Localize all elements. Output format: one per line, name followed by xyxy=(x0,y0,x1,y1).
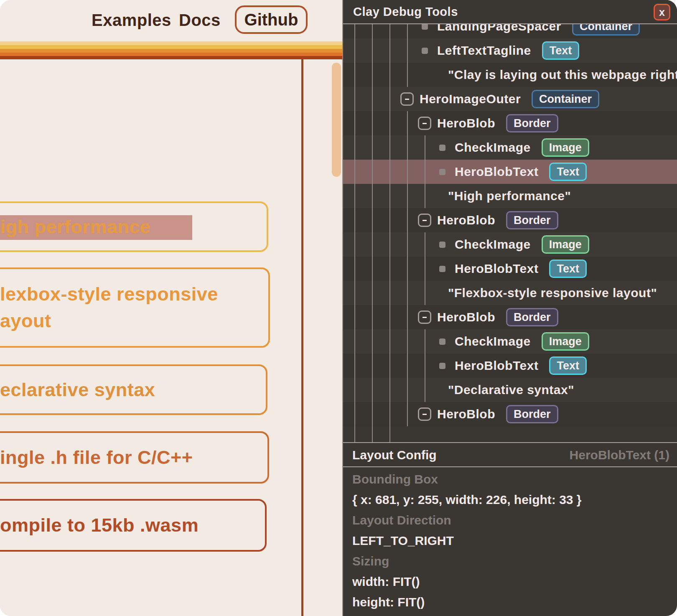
feature-box: ingle .h file for C/C++ xyxy=(0,431,269,484)
element-type-badge: Text xyxy=(549,356,587,375)
feature-box: igh performance xyxy=(0,201,268,252)
github-button[interactable]: Github xyxy=(235,5,308,34)
text-content-preview: "Declarative syntax" xyxy=(448,378,574,402)
layout-config-body: Bounding Box{ x: 681, y: 255, width: 226… xyxy=(352,469,669,612)
tree-node-row[interactable]: HeroBlobBorder xyxy=(343,305,677,329)
config-property-label: Bounding Box xyxy=(352,469,669,489)
leaf-bullet-icon xyxy=(422,48,428,54)
leaf-bullet-icon xyxy=(439,145,445,151)
leaf-bullet-icon xyxy=(439,266,445,272)
tree-text-preview-row: "Clay is laying out this webpage right n… xyxy=(343,63,677,87)
tree-node-row[interactable]: CheckImageImage xyxy=(343,329,677,354)
tree-node-label: HeroImageOuter xyxy=(420,87,521,111)
config-property-value: height: FIT() xyxy=(352,592,669,612)
feature-box: eclarative syntax xyxy=(0,364,267,415)
config-property-label: Sizing xyxy=(352,551,669,571)
element-type-badge: Text xyxy=(549,163,587,181)
leaf-bullet-icon xyxy=(422,24,428,30)
feature-box-text: ompile to 15kb .wasm xyxy=(0,514,199,536)
tree-guide-rail xyxy=(425,135,425,208)
feature-box-text: eclarative syntax xyxy=(0,379,155,400)
tree-guide-rail xyxy=(372,24,373,442)
tree-guide-rail xyxy=(389,24,390,442)
tree-node-row[interactable]: LeftTextTaglineText xyxy=(343,38,677,63)
element-type-badge: Image xyxy=(542,332,589,351)
tree-text-preview-row: "Flexbox-style responsive layout" xyxy=(343,281,677,305)
tree-text-preview-row: "Declarative syntax" xyxy=(343,378,677,402)
element-type-badge: Container xyxy=(532,90,599,108)
close-icon[interactable]: x xyxy=(654,4,670,20)
tree-node-row[interactable]: CheckImageImage xyxy=(343,135,677,160)
page-vertical-rule xyxy=(301,59,303,616)
tree-node-label: LeftTextTagline xyxy=(437,38,531,63)
nav-link-docs[interactable]: Docs xyxy=(179,11,221,30)
layout-config-selected-element: HeroBlobText (1) xyxy=(570,443,669,467)
element-type-badge: Container xyxy=(572,24,640,36)
tree-node-label: HeroBlob xyxy=(437,111,495,135)
feature-box-text: lexbox-style responsive xyxy=(0,283,218,305)
layout-config-header: Layout Config HeroBlobText (1) xyxy=(343,442,677,467)
tree-node-label: LandingPageSpacer xyxy=(437,24,561,38)
tree-node-row[interactable]: CheckImageImage xyxy=(343,232,677,257)
element-type-badge: Image xyxy=(542,138,589,157)
element-type-badge: Border xyxy=(506,211,558,229)
element-type-badge: Border xyxy=(506,405,558,423)
tree-node-label: HeroBlobText xyxy=(455,160,538,184)
brand-gradient-stripe xyxy=(0,41,342,59)
config-property-value: width: FIT() xyxy=(352,571,669,592)
feature-box-text: ingle .h file for C/C++ xyxy=(0,447,193,468)
debug-panel-title: Clay Debug Tools xyxy=(353,0,458,23)
leaf-bullet-icon xyxy=(439,363,445,369)
tree-guide-rail xyxy=(354,24,355,442)
element-type-badge: Border xyxy=(506,308,558,326)
tree-node-label: HeroBlob xyxy=(437,208,495,232)
tree-node-row[interactable]: HeroImageOuterContainer xyxy=(343,87,677,111)
tree-node-row[interactable]: HeroBlobTextText xyxy=(343,354,677,378)
feature-box-text: ayout xyxy=(0,310,51,331)
config-property-value: { x: 681, y: 255, width: 226, height: 33… xyxy=(352,489,669,510)
config-property-value: LEFT_TO_RIGHT xyxy=(352,530,669,551)
collapse-toggle-icon[interactable] xyxy=(418,407,431,421)
tree-node-label: HeroBlobText xyxy=(455,257,538,281)
app-window: Examples Docs Github igh performancelexb… xyxy=(0,0,677,616)
tree-node-row[interactable]: LandingPageSpacerContainer xyxy=(343,24,677,38)
tree-guide-rail xyxy=(425,329,425,402)
collapse-toggle-icon[interactable] xyxy=(418,117,431,130)
tree-guide-rail xyxy=(407,24,408,87)
text-content-preview: "Flexbox-style responsive layout" xyxy=(448,281,657,305)
debug-panel-header: Clay Debug Tools x xyxy=(343,0,677,24)
tree-node-row[interactable]: HeroBlobBorder xyxy=(343,208,677,232)
leaf-bullet-icon xyxy=(439,339,445,345)
leaf-bullet-icon xyxy=(439,242,445,248)
tree-node-row[interactable]: HeroBlobBorder xyxy=(343,111,677,135)
collapse-toggle-icon[interactable] xyxy=(418,311,431,324)
tree-node-label: CheckImage xyxy=(455,232,531,257)
tree-node-label: CheckImage xyxy=(455,135,531,160)
element-type-badge: Image xyxy=(542,235,589,254)
tree-guide-rail xyxy=(425,232,425,305)
nav-link-examples[interactable]: Examples xyxy=(92,11,171,30)
clay-debug-panel: LandingPageSpacerContainerLeftTextTaglin… xyxy=(342,0,677,616)
leaf-bullet-icon xyxy=(439,169,445,175)
page-scrollbar-thumb[interactable] xyxy=(332,63,341,177)
config-property-label: Layout Direction xyxy=(352,510,669,530)
collapse-toggle-icon[interactable] xyxy=(400,92,414,106)
tree-node-label: HeroBlob xyxy=(437,402,495,426)
element-type-badge: Text xyxy=(542,41,580,60)
element-tree: LandingPageSpacerContainerLeftTextTaglin… xyxy=(343,24,677,442)
layout-config-title: Layout Config xyxy=(352,443,437,467)
collapse-toggle-icon[interactable] xyxy=(418,214,431,227)
feature-box: lexbox-style responsiveayout xyxy=(0,267,270,348)
tree-text-preview-row: "High performance" xyxy=(343,184,677,208)
webpage-canvas: Examples Docs Github igh performancelexb… xyxy=(0,0,342,616)
tree-node-label: HeroBlob xyxy=(437,305,495,329)
tree-node-label: HeroBlobText xyxy=(455,354,538,378)
tree-node-row[interactable]: HeroBlobTextText xyxy=(343,160,677,184)
tree-node-label: CheckImage xyxy=(455,329,531,354)
element-type-badge: Border xyxy=(506,114,558,132)
text-content-preview: "Clay is laying out this webpage right n… xyxy=(448,63,677,87)
tree-node-row[interactable]: HeroBlobTextText xyxy=(343,257,677,281)
element-type-badge: Text xyxy=(549,260,587,278)
text-content-preview: "High performance" xyxy=(448,184,571,208)
tree-node-row[interactable]: HeroBlobBorder xyxy=(343,402,677,426)
